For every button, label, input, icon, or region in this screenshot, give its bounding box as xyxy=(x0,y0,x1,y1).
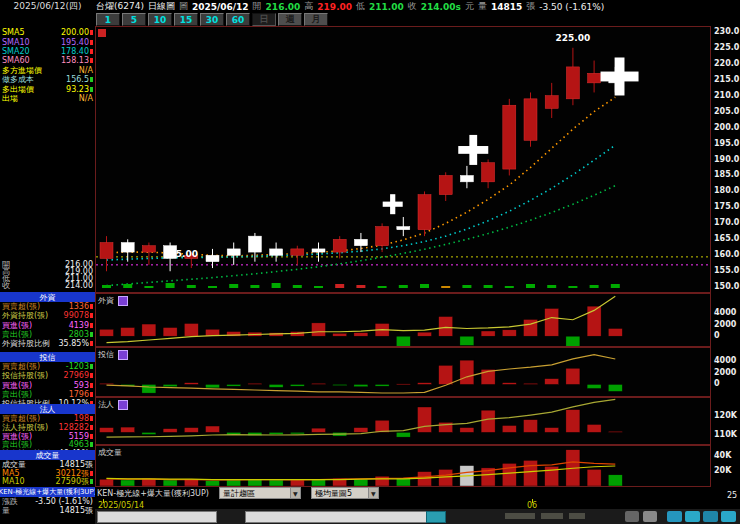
price-tick-label: 165.0 xyxy=(714,234,739,243)
close-label: 收 xyxy=(408,0,417,13)
svg-text:225.00: 225.00 xyxy=(556,33,591,43)
indicator-icon xyxy=(118,400,128,410)
main-candlestick-chart[interactable]: 225.00155.00 xyxy=(96,27,710,292)
indicator-dropdown-1[interactable]: 量計趨區 ▼ xyxy=(219,487,301,499)
value-mark xyxy=(90,425,93,430)
high-value: 219.00 xyxy=(317,2,352,12)
price-tick-label: 155.0 xyxy=(714,266,739,275)
value-mark xyxy=(90,392,93,397)
price-tick-label: 150.0 xyxy=(714,282,739,291)
外資-chart[interactable] xyxy=(96,294,710,346)
value-mark xyxy=(90,77,93,82)
window-text-fragment xyxy=(569,513,585,519)
axis-bottom-value: 25 xyxy=(727,491,737,500)
row-value: 158.13 xyxy=(61,56,93,65)
text-input[interactable] xyxy=(245,511,427,523)
value-mark xyxy=(90,341,93,346)
interval-button-15[interactable]: 15 xyxy=(174,13,198,26)
taskbar-button[interactable] xyxy=(625,511,639,522)
value-mark xyxy=(90,364,93,369)
volume-unit: 張 xyxy=(526,0,535,13)
institution-panel[interactable]: 法人 xyxy=(95,397,711,445)
法人-axis: 120K110K xyxy=(712,397,740,445)
interval-button-10[interactable]: 10 xyxy=(148,13,172,26)
interval-button-30[interactable]: 30 xyxy=(200,13,224,26)
taskbar-button[interactable] xyxy=(667,511,682,522)
open-value: 216.00 xyxy=(266,2,301,12)
sidebar-row: SMA20178.40 xyxy=(0,47,95,56)
confirm-button[interactable] xyxy=(426,511,446,523)
row-value: 1796 xyxy=(69,390,93,399)
chart-column: 225.00155.00 外資 投信 法人 成交量 KEN-極光線+爆大量(獲利… xyxy=(95,26,740,524)
sidebar-row: MA1027590張 xyxy=(0,477,95,486)
投信-chart[interactable] xyxy=(96,348,710,396)
panel-title-text: 法人 xyxy=(98,399,114,410)
row-value: 200.00 xyxy=(61,28,93,37)
row-value: 27590張 xyxy=(56,476,93,487)
axis-tick-label: 0 xyxy=(714,331,720,340)
indicator-dropdown-2[interactable]: 極均量圖5 ▼ xyxy=(311,487,379,499)
row-label: MA10 xyxy=(2,477,25,486)
taskbar-button[interactable] xyxy=(721,511,736,522)
value-mark xyxy=(90,323,93,328)
svg-text:155.00: 155.00 xyxy=(163,249,198,259)
成交量-axis: 40K20K xyxy=(712,445,740,487)
row-value: 27969 xyxy=(64,371,93,380)
period-button-月[interactable]: 月 xyxy=(304,13,328,26)
chevron-down-icon[interactable]: ▼ xyxy=(368,488,378,498)
row-value: 178.40 xyxy=(61,47,93,56)
foreign-investor-panel[interactable]: 外資 xyxy=(95,293,711,347)
low-label: 低 xyxy=(356,0,365,13)
row-value: 593 xyxy=(74,381,93,390)
成交量-chart[interactable] xyxy=(96,446,710,486)
trust-panel[interactable]: 投信 xyxy=(95,347,711,397)
row-value: 198 xyxy=(74,414,93,423)
row-value: 156.5 xyxy=(66,75,93,84)
chevron-down-icon[interactable]: ▼ xyxy=(290,488,300,498)
row-value: 35.85% xyxy=(58,339,93,348)
interval-button-5[interactable]: 5 xyxy=(122,13,146,26)
open-label: 開 xyxy=(253,0,262,13)
indicator-dropdown-1-value: 量計趨區 xyxy=(220,488,290,499)
main-candlestick-panel[interactable]: 225.00155.00 xyxy=(95,26,711,293)
row-label: 收 xyxy=(2,280,10,291)
row-value: -1203 xyxy=(66,362,93,371)
panel-title-text: 成交量 xyxy=(98,447,122,458)
sidebar-row: SMA10195.40 xyxy=(0,37,95,46)
法人-chart[interactable] xyxy=(96,398,710,444)
chart-icon: 圖 xyxy=(179,0,188,13)
row-label: SMA5 xyxy=(2,28,25,37)
volume-panel[interactable]: 成交量 xyxy=(95,445,711,487)
volume-label: 量 xyxy=(478,0,487,13)
sidebar-section-4: 成交量成交量14815張MA530212張MA1027590張 xyxy=(0,450,95,486)
high-label: 高 xyxy=(304,0,313,13)
row-label: SMA10 xyxy=(2,38,30,47)
panel-title: 法人 xyxy=(98,399,128,410)
taskbar-button[interactable] xyxy=(685,511,700,522)
price-tick-label: 180.0 xyxy=(714,186,739,195)
taskbar-button[interactable] xyxy=(703,511,718,522)
row-value: 93.23 xyxy=(66,85,93,94)
text-input[interactable] xyxy=(97,511,217,523)
volume-value: 14815 xyxy=(491,2,522,12)
row-value: 4963 xyxy=(69,440,93,449)
period-button-日[interactable]: 日 xyxy=(252,13,276,26)
quote-date: 2025/06/12 xyxy=(192,2,249,12)
value-mark xyxy=(90,373,93,378)
value-mark xyxy=(90,30,93,35)
外資-axis: 400020000 xyxy=(712,293,740,347)
price-tick-label: 225.0 xyxy=(714,43,739,52)
period-button-週[interactable]: 週 xyxy=(278,13,302,26)
price-tick-label: 185.0 xyxy=(714,170,739,179)
value-mark xyxy=(90,479,93,484)
row-label: SMA20 xyxy=(2,47,30,56)
price-tick-label: 205.0 xyxy=(714,107,739,116)
close-value: 214.00s xyxy=(421,2,461,12)
value-mark xyxy=(90,416,93,421)
interval-button-60[interactable]: 60 xyxy=(226,13,250,26)
value-mark xyxy=(90,383,93,388)
taskbar-button[interactable] xyxy=(643,511,657,522)
interval-button-1[interactable]: 1 xyxy=(96,13,120,26)
price-tick-label: 190.0 xyxy=(714,155,739,164)
row-value: 128282 xyxy=(58,423,93,432)
